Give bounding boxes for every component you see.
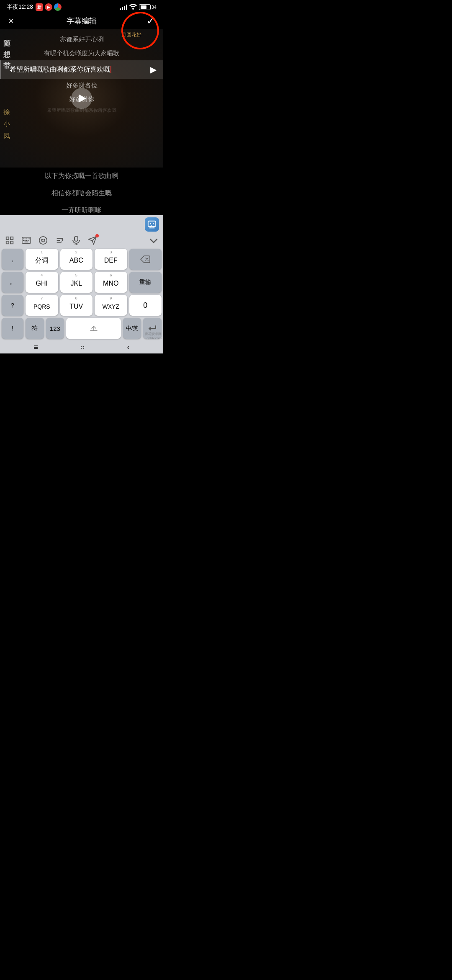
reset-button[interactable]: 重输: [129, 272, 162, 293]
svg-rect-9: [23, 238, 24, 239]
key-9-wxyz[interactable]: 9 WXYZ: [95, 295, 127, 316]
subtitle-item-5[interactable]: 好多谢你: [0, 93, 163, 106]
keyboard-main: , 。 ? ! 1 分词 2 ABC 3: [0, 249, 163, 341]
key-8-tuv[interactable]: 8 TUV: [60, 295, 93, 316]
svg-point-0: [132, 8, 134, 10]
svg-rect-11: [26, 238, 27, 239]
status-app-icons: 新 ▶: [36, 3, 62, 11]
subtitle-item-7[interactable]: 相信你都唔会陌生嘅: [0, 185, 163, 202]
key-symbol[interactable]: 符: [26, 318, 44, 339]
key-comma[interactable]: ,: [2, 249, 23, 270]
keyboard-bottom-row: 符 123 中/英: [26, 318, 162, 339]
svg-rect-13: [29, 238, 30, 239]
svg-rect-17: [28, 240, 29, 241]
svg-rect-6: [6, 241, 9, 244]
battery-container: 34: [139, 4, 157, 10]
page-title: 字幕编辑: [67, 16, 97, 26]
svg-rect-22: [74, 236, 78, 241]
svg-rect-15: [24, 240, 26, 241]
watermark-text-1: 随想带: [3, 38, 10, 72]
navigation-bar: ≡ ○ ‹: [0, 341, 163, 353]
special-icon[interactable]: [88, 236, 97, 247]
app-container: 半夜12:28 新 ▶: [0, 0, 163, 353]
ai-assistant-button[interactable]: [145, 217, 159, 232]
svg-rect-12: [28, 238, 29, 239]
close-button[interactable]: ×: [8, 16, 14, 26]
subtitle-active-text: 希望所唱嘅歌曲咧都系你所喜欢嘅: [10, 65, 146, 74]
wifi-icon: [129, 4, 137, 11]
svg-rect-10: [24, 238, 26, 239]
text-cursor: [110, 66, 111, 73]
key-space[interactable]: [66, 318, 121, 339]
battery-level: 34: [152, 5, 157, 10]
keyboard-side-keys: , 。 ? !: [2, 249, 23, 341]
key-6-mno[interactable]: 6 MNO: [95, 272, 127, 293]
keyboard-container: , 。 ? ! 1 分词 2 ABC 3: [0, 215, 163, 341]
header: × 字幕编辑 ✓: [0, 13, 163, 29]
svg-rect-16: [26, 240, 27, 241]
app-icon-news: 新: [36, 3, 43, 11]
key-0[interactable]: 0: [129, 295, 162, 316]
confirm-button[interactable]: ✓: [146, 16, 155, 26]
svg-point-20: [41, 239, 42, 240]
key-7-pqrs[interactable]: 7 PQRS: [26, 295, 58, 316]
key-5-jkl[interactable]: 5 JKL: [60, 272, 93, 293]
signal-icon: [120, 4, 127, 10]
status-bar: 半夜12:28 新 ▶: [0, 0, 163, 13]
battery-fill: [141, 5, 146, 9]
keyboard-hide-button[interactable]: [149, 237, 158, 246]
svg-point-3: [153, 223, 154, 224]
key-lang[interactable]: 中/英: [123, 318, 141, 339]
notification-badge: [95, 234, 99, 237]
key-123[interactable]: 123: [46, 318, 64, 339]
key-period[interactable]: 。: [2, 272, 23, 293]
app-icon-video: ▶: [45, 3, 52, 11]
nav-menu-icon[interactable]: ≡: [33, 343, 38, 352]
emoji-icon[interactable]: [39, 236, 48, 247]
status-right: 34: [120, 4, 157, 11]
toolbar-icons: [5, 236, 97, 247]
subtitle-list: 亦都系好开心咧 有呢个机会喺度为大家唱歌 希望所唱嘅歌曲咧都系你所喜欢嘅 ▶ 好…: [0, 29, 163, 168]
play-small-button[interactable]: ▶: [150, 64, 157, 75]
svg-point-21: [44, 239, 45, 240]
keyboard-toggle-icon[interactable]: [22, 237, 31, 246]
key-exclaim[interactable]: !: [2, 318, 23, 339]
delete-button[interactable]: [129, 249, 162, 270]
subtitle-item-4[interactable]: 好多谢各位: [0, 79, 163, 93]
battery-icon: [139, 4, 151, 10]
site-watermark: 青花安卓网qnhiv.com: [145, 332, 162, 340]
watermark-top-right: 月圆花好: [121, 31, 141, 39]
keyboard-row-3: 7 PQRS 8 TUV 9 WXYZ 0: [26, 295, 162, 316]
svg-rect-5: [10, 237, 13, 240]
svg-point-19: [39, 237, 47, 244]
svg-rect-14: [23, 240, 24, 241]
svg-rect-1: [148, 221, 156, 227]
subtitle-watermark: 希望所唱嘅歌曲咧都系你所喜欢嘅: [0, 106, 163, 114]
keyboard-toolbar: [0, 232, 163, 249]
subtitle-item-6[interactable]: 以下为你拣嘅一首歌曲咧: [0, 168, 163, 185]
keyboard-header: [0, 215, 163, 232]
status-left: 半夜12:28 新 ▶: [7, 3, 62, 11]
cursor-position-icon[interactable]: [55, 236, 64, 247]
artist-name: 徐小凤: [3, 106, 10, 142]
key-1-fenci[interactable]: 1 分词: [26, 249, 58, 270]
microphone-icon[interactable]: [72, 236, 80, 247]
key-3-def[interactable]: 3 DEF: [95, 249, 127, 270]
subtitle-item-3-active[interactable]: 希望所唱嘅歌曲咧都系你所喜欢嘅 ▶: [0, 60, 163, 79]
key-question[interactable]: ?: [2, 295, 23, 316]
svg-rect-4: [6, 237, 9, 240]
key-4-ghi[interactable]: 4 GHI: [26, 272, 58, 293]
subtitle-item-2[interactable]: 有呢个机会喺度为大家唱歌: [0, 46, 163, 60]
svg-rect-7: [10, 241, 13, 244]
key-2-abc[interactable]: 2 ABC: [60, 249, 93, 270]
keyboard-row-1: 1 分词 2 ABC 3 DEF: [26, 249, 162, 270]
video-area[interactable]: 随想带 月圆花好 徐小凤 亦都系好开心咧 有呢个机会喺度为大家唱歌 希望所唱嘅歌…: [0, 29, 163, 168]
nav-home-icon[interactable]: ○: [80, 343, 85, 352]
keyboard-row-2: 4 GHI 5 JKL 6 MNO 重输: [26, 272, 162, 293]
keyboard-numpad: 1 分词 2 ABC 3 DEF: [26, 249, 162, 341]
nav-back-icon[interactable]: ‹: [127, 343, 130, 352]
status-time: 半夜12:28: [7, 3, 33, 11]
app-icon-multi: [54, 3, 62, 11]
svg-point-2: [150, 223, 151, 224]
keyboard-grid-icon[interactable]: [5, 236, 14, 247]
